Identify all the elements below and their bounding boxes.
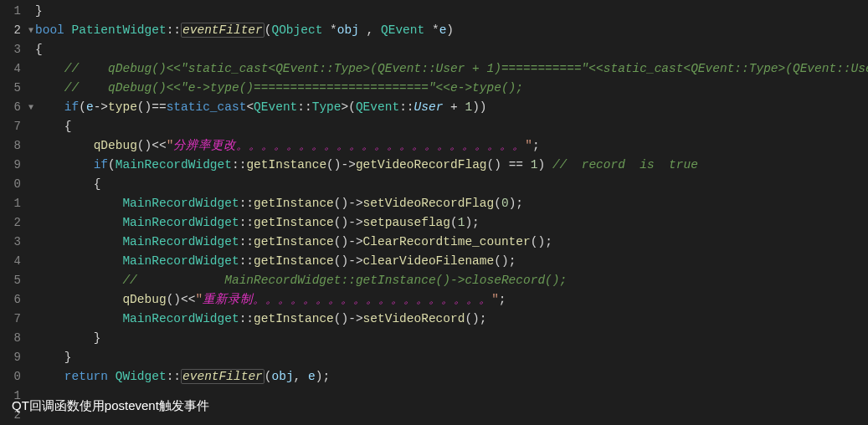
line-number: 5 [0,79,23,98]
line-number: 4 [0,59,23,79]
code-line: qDebug()<<"重新录制。。。。。。。。。。。。。。。。。。。"; [35,290,868,310]
code-line: bool PatientWidget::eventFilter(QObject … [35,21,868,40]
code-line: MainRecordWidget::getInstance()->ClearRe… [35,233,868,252]
code-line: qDebug()<<"分辨率更改。。。。。。。。。。。。。。。。。。。。。。。"… [35,136,868,156]
line-number: 0 [0,175,23,194]
code-editor[interactable]: 1 2▼ 3 4 5 6▼ 7 8 9 0 1 2 3 4 5 6 7 8 9 … [0,0,868,425]
code-line: // qDebug()<<"static_cast<QEvent::Type>(… [35,59,868,79]
code-line: } [35,2,868,21]
code-line: MainRecordWidget::getInstance()->clearVi… [35,252,868,271]
line-number: 8 [0,136,23,156]
line-number: 7 [0,117,23,136]
line-number: 2▼ [0,21,23,40]
code-area[interactable]: } bool PatientWidget::eventFilter(QObjec… [23,0,868,425]
line-number: 3 [0,40,23,59]
code-line: } [35,329,868,348]
caption-text: QT回调函数使用postevent触发事件 [12,398,209,414]
line-number: 6 [0,290,23,310]
line-number: 8 [0,329,23,348]
line-number: 9 [0,156,23,175]
line-number: 1 [0,2,23,21]
code-line: { [35,117,868,136]
line-number: 5 [0,271,23,290]
line-number: 7 [0,310,23,329]
line-number: 4 [0,252,23,271]
code-line: { [35,40,868,59]
fold-icon[interactable]: ▼ [28,98,33,117]
code-line: if(e->type()==static_cast<QEvent::Type>(… [35,98,868,117]
line-number: 1 [0,194,23,213]
code-line: MainRecordWidget::getInstance()->setpaus… [35,213,868,233]
code-line: MainRecordWidget::getInstance()->setVide… [35,194,868,213]
code-line: // MainRecordWidget::getInstance()->clos… [35,271,868,290]
code-line: { [35,175,868,194]
line-number: 3 [0,233,23,252]
line-number: 9 [0,348,23,367]
code-line: return QWidget::eventFilter(obj, e); [35,367,868,387]
code-line: } [35,348,868,367]
line-number: 6▼ [0,98,23,117]
line-number: 0 [0,367,23,387]
code-line: if(MainRecordWidget::getInstance()->getV… [35,156,868,175]
code-line: MainRecordWidget::getInstance()->setVide… [35,310,868,329]
gutter: 1 2▼ 3 4 5 6▼ 7 8 9 0 1 2 3 4 5 6 7 8 9 … [0,0,23,425]
line-number: 2 [0,213,23,233]
fold-icon[interactable]: ▼ [28,21,33,40]
code-line: // qDebug()<<"e->type()=================… [35,79,868,98]
